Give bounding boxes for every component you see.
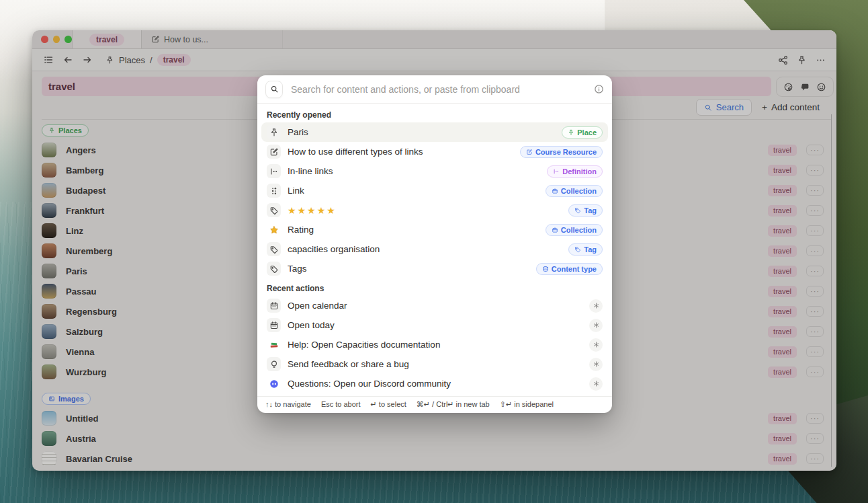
result-icon-chip [267, 203, 281, 217]
palette-action-row[interactable]: Questions: Open our Discord community [261, 374, 608, 393]
type-badge: Collection [546, 224, 603, 236]
result-icon-chip [267, 184, 281, 198]
result-title: Open calendar [288, 301, 582, 311]
palette-action-row[interactable]: Send feedback or share a bug [261, 354, 608, 374]
run-action-icon[interactable] [589, 338, 603, 352]
type-badge: Collection [546, 185, 603, 197]
type-badge-label: Content type [552, 265, 597, 273]
run-action-icon[interactable] [589, 377, 603, 391]
result-title: capacities organisation [288, 244, 562, 254]
inline-icon [553, 168, 560, 175]
type-badge: Content type [536, 263, 603, 275]
palette-result-row[interactable]: How to use different types of linksCours… [261, 142, 608, 161]
result-icon-chip [267, 125, 281, 139]
calendar-icon [269, 301, 279, 311]
palette-result-row[interactable]: LinkCollection [261, 181, 608, 200]
result-title: Questions: Open our Discord community [288, 379, 582, 389]
footer-hint: ↑↓ to navigate [265, 400, 311, 409]
type-badge: Tag [568, 204, 603, 217]
calendar-icon [269, 321, 279, 330]
box-icon [552, 188, 558, 194]
palette-result-row[interactable]: TagsContent type [261, 259, 608, 278]
tag-icon [269, 206, 279, 215]
command-palette: Recently opened ParisPlaceHow to use dif… [257, 75, 612, 413]
result-icon-chip [267, 223, 281, 237]
discord-icon [269, 379, 279, 389]
box-icon [552, 227, 558, 233]
db-icon [542, 266, 549, 272]
info-icon[interactable] [594, 84, 604, 94]
result-title: Open today [288, 320, 582, 330]
result-icon-chip [267, 299, 281, 313]
type-badge: Definition [547, 165, 603, 178]
result-icon-chip [267, 164, 281, 178]
action-icon [593, 302, 600, 309]
palette-action-row[interactable]: Open calendar [261, 296, 608, 315]
palette-search-row [257, 75, 612, 104]
result-title: Tags [288, 264, 529, 274]
footer-hint: Esc to abort [321, 400, 361, 409]
tag-icon [574, 207, 581, 214]
dotsgrid-icon [269, 186, 279, 196]
search-icon [265, 81, 283, 98]
run-action-icon[interactable] [589, 299, 603, 313]
books-icon [269, 340, 279, 350]
result-icon-chip [267, 318, 281, 332]
recent-actions-label: Recent actions [257, 278, 612, 296]
star-icon [269, 225, 279, 235]
action-icon [593, 380, 600, 387]
result-icon-chip [267, 262, 281, 276]
bulb-icon [269, 360, 279, 369]
palette-result-row[interactable]: RatingCollection [261, 220, 608, 239]
footer-hint: ⌘↵ / Ctrl↵ in new tab [417, 400, 490, 409]
type-badge-label: Collection [561, 187, 597, 195]
footer-hint: ↵ to select [371, 400, 406, 409]
result-title: Send feedback or share a bug [288, 359, 582, 369]
run-action-icon[interactable] [589, 319, 603, 332]
palette-action-row[interactable]: Help: Open Capacities documentation [261, 335, 608, 354]
action-icon [593, 341, 600, 348]
footer-hint: ⇧↵ in sidepanel [500, 400, 554, 409]
compose-icon [269, 147, 279, 157]
action-icon [593, 321, 600, 329]
type-badge-label: Course Resource [535, 148, 597, 156]
type-badge-label: Tag [584, 206, 597, 215]
tag-icon [269, 264, 279, 274]
compose-icon [526, 149, 533, 155]
recently-opened-label: Recently opened [257, 104, 612, 122]
result-title: In-line links [288, 166, 540, 176]
type-badge-label: Collection [561, 226, 597, 234]
palette-result-row[interactable]: In-line linksDefinition [261, 161, 608, 181]
pin-icon [269, 128, 279, 137]
result-title: Link [288, 186, 539, 196]
recently-opened-list: ParisPlaceHow to use different types of … [257, 122, 612, 278]
palette-result-row[interactable]: capacities organisationTag [261, 239, 608, 259]
result-title: ★★★★★ [288, 205, 562, 216]
palette-result-row[interactable]: ★★★★★Tag [261, 200, 608, 220]
palette-result-row[interactable]: ParisPlace [261, 122, 608, 142]
result-title: How to use different types of links [288, 147, 513, 157]
inline-icon [269, 167, 279, 176]
tag-icon [269, 245, 279, 254]
result-icon-chip [267, 377, 281, 391]
type-badge: Tag [568, 243, 603, 256]
result-icon-chip [267, 357, 281, 371]
result-icon-chip [267, 242, 281, 256]
type-badge-label: Tag [584, 245, 597, 254]
run-action-icon[interactable] [589, 358, 603, 371]
result-title: Paris [288, 127, 555, 137]
result-title: Help: Open Capacities documentation [288, 340, 582, 350]
type-badge-label: Place [577, 128, 597, 137]
tag-icon [574, 246, 581, 253]
type-badge: Place [562, 126, 603, 139]
result-title: Rating [288, 225, 539, 235]
recent-actions-list: Open calendarOpen todayHelp: Open Capaci… [257, 296, 612, 393]
palette-search-input[interactable] [291, 84, 586, 95]
pin-icon [568, 129, 574, 136]
type-badge: Course Resource [520, 146, 603, 158]
palette-action-row[interactable]: Open today [261, 315, 608, 335]
type-badge-label: Definition [562, 167, 597, 176]
palette-footer-hints: ↑↓ to navigateEsc to abort↵ to select⌘↵ … [257, 396, 612, 413]
result-icon-chip [267, 145, 281, 159]
action-icon [593, 360, 600, 368]
